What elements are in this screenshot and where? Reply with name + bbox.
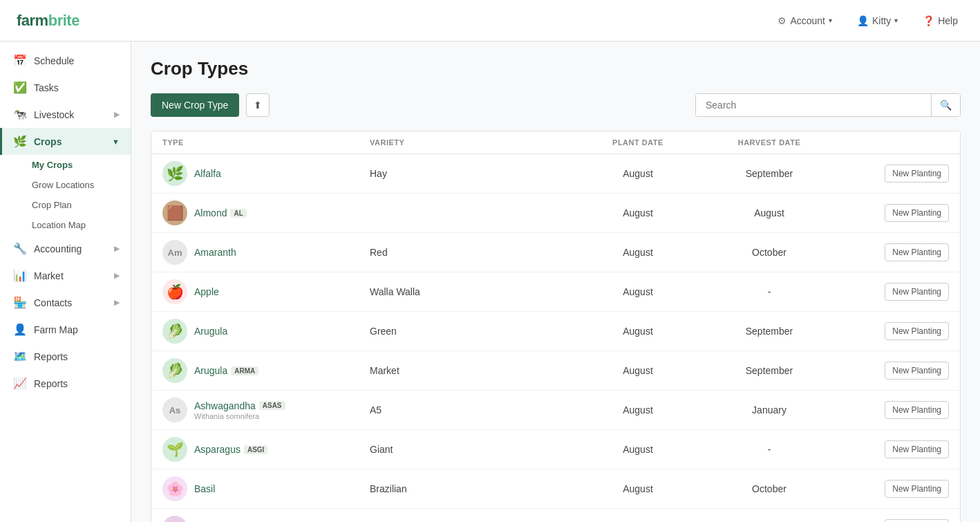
- table-row: As Ashwagandha ASAS Withania somnifera A…: [151, 391, 960, 430]
- avatar: 🥬: [162, 358, 187, 383]
- crop-link-ashwagandha[interactable]: Ashwagandha ASAS: [194, 400, 285, 411]
- crop-name-text: Amaranth: [194, 247, 236, 258]
- search-button[interactable]: 🔍: [931, 94, 960, 116]
- variety-cell: Green: [370, 326, 576, 337]
- crop-name-cell: 🌿 Alfalfa: [162, 161, 370, 186]
- user-button[interactable]: 👤 Kitty ▾: [851, 12, 903, 29]
- crop-name-text: Basil: [194, 483, 215, 494]
- crop-link-amaranth[interactable]: Amaranth: [194, 247, 236, 258]
- plant-date-cell: August: [576, 404, 700, 416]
- help-button[interactable]: ❓ Help: [917, 12, 963, 29]
- new-planting-button[interactable]: New Planting: [885, 322, 949, 340]
- harvest-date-cell: October: [700, 483, 838, 494]
- upload-button[interactable]: ⬆: [246, 93, 270, 117]
- col-variety: VARIETY: [370, 138, 576, 147]
- sidebar-item-market[interactable]: 🏪 Contacts ▶: [0, 289, 131, 316]
- harvest-date-cell: -: [700, 286, 838, 297]
- avatar: 🟫: [162, 201, 187, 225]
- col-action: [838, 138, 949, 147]
- table-row: 🌱 Asparagus ASGI Giant August - New Plan…: [151, 430, 960, 469]
- resources-chevron-icon: ▶: [114, 244, 120, 253]
- plant-date-cell: August: [576, 483, 700, 494]
- sidebar-item-livestock[interactable]: 🐄 Livestock ▶: [0, 101, 131, 128]
- crop-name-cell: 🥬 Arugula: [162, 319, 370, 344]
- harvest-date-cell: September: [700, 326, 838, 337]
- sidebar-item-accounting[interactable]: 📊 Market ▶: [0, 262, 131, 289]
- harvest-date-cell: September: [700, 168, 838, 179]
- account-chevron-icon: ▾: [829, 17, 832, 24]
- crop-name-text: Alfalfa: [194, 168, 221, 179]
- table-row: 🌸 Basil Brazilian August October New Pla…: [151, 509, 960, 522]
- crops-icon: 🌿: [13, 135, 27, 148]
- new-planting-button[interactable]: New Planting: [885, 165, 949, 183]
- sidebar-item-crop-plan[interactable]: Crop Plan: [32, 195, 131, 215]
- gear-icon: ⚙: [778, 15, 786, 26]
- table-row: 🌿 Alfalfa Hay August September New Plant…: [151, 154, 960, 194]
- action-cell: New Planting: [838, 322, 949, 340]
- crop-link-apple[interactable]: Apple: [194, 286, 219, 297]
- crops-submenu: My Crops Grow Locations Crop Plan Locati…: [0, 155, 131, 235]
- sidebar-item-crops[interactable]: 🌿 Crops ▼: [0, 128, 131, 155]
- account-button[interactable]: ⚙ Account ▾: [772, 12, 838, 29]
- action-cell: New Planting: [838, 243, 949, 261]
- market-chevron-icon: ▶: [114, 298, 120, 307]
- sidebar-item-location-map[interactable]: Location Map: [32, 215, 131, 235]
- variety-cell: Walla Walla: [370, 286, 576, 297]
- new-planting-button[interactable]: New Planting: [885, 519, 949, 522]
- crop-link-alfalfa[interactable]: Alfalfa: [194, 168, 221, 179]
- body-layout: 📅 Schedule ✅ Tasks 🐄 Livestock ▶ 🌿 Crops…: [0, 41, 980, 522]
- sidebar-label-livestock: Livestock: [34, 109, 74, 120]
- new-planting-button[interactable]: New Planting: [885, 283, 949, 301]
- crop-name-cell: 🌱 Asparagus ASGI: [162, 437, 370, 462]
- avatar: 🌿: [162, 161, 187, 186]
- crop-name-cell: Am Amaranth: [162, 240, 370, 265]
- new-planting-button[interactable]: New Planting: [885, 401, 949, 419]
- crop-link-asparagus[interactable]: Asparagus ASGI: [194, 444, 267, 455]
- livestock-chevron-icon: ▶: [114, 110, 120, 119]
- harvest-date-cell: September: [700, 365, 838, 376]
- variety-cell: Market: [370, 365, 576, 376]
- account-label: Account: [790, 15, 825, 26]
- new-planting-button[interactable]: New Planting: [885, 243, 949, 261]
- help-icon: ❓: [923, 15, 934, 26]
- action-cell: New Planting: [838, 362, 949, 380]
- user-chevron-icon: ▾: [894, 17, 898, 24]
- new-planting-button[interactable]: New Planting: [885, 440, 949, 458]
- crop-link-almond[interactable]: Almond AL: [194, 207, 247, 218]
- sidebar-item-farm-map[interactable]: 🗺️ Reports: [0, 343, 131, 370]
- sidebar-label-schedule: Schedule: [34, 55, 74, 66]
- crop-name-text: Almond AL: [194, 207, 247, 218]
- crop-name-text: Apple: [194, 286, 219, 297]
- sidebar-item-schedule[interactable]: 📅 Schedule: [0, 47, 131, 74]
- help-label: Help: [938, 15, 958, 26]
- search-input[interactable]: [696, 94, 931, 116]
- crop-link-basil-1[interactable]: Basil: [194, 483, 215, 494]
- sidebar-item-my-crops[interactable]: My Crops: [32, 155, 131, 175]
- crop-name-cell: 🥬 Arugula ARMA: [162, 358, 370, 383]
- sidebar-item-grow-locations[interactable]: Grow Locations: [32, 175, 131, 195]
- sidebar-item-reports[interactable]: 📈 Reports: [0, 370, 131, 397]
- search-icon: 🔍: [940, 100, 952, 111]
- sidebar-item-tasks[interactable]: ✅ Tasks: [0, 74, 131, 101]
- crop-link-arugula-arma[interactable]: Arugula ARMA: [194, 365, 258, 376]
- new-crop-type-button[interactable]: New Crop Type: [151, 93, 239, 117]
- new-planting-button[interactable]: New Planting: [885, 204, 949, 222]
- sidebar-label-reports: Reports: [34, 378, 68, 389]
- harvest-date-cell: August: [700, 207, 838, 218]
- sidebar-label-crops: Crops: [34, 136, 62, 147]
- crop-name-cell: 🌸 Basil: [162, 516, 370, 522]
- table-row: 🥬 Arugula Green August September New Pla…: [151, 312, 960, 351]
- logo-farm: farm: [17, 12, 48, 29]
- new-planting-button[interactable]: New Planting: [885, 362, 949, 380]
- reports-icon: 📈: [13, 377, 27, 390]
- plant-date-cell: August: [576, 247, 700, 258]
- crop-link-arugula-green[interactable]: Arugula: [194, 326, 227, 337]
- sidebar-item-resources[interactable]: 🔧 Accounting ▶: [0, 235, 131, 262]
- crop-name-cell: As Ashwagandha ASAS Withania somnifera: [162, 398, 370, 422]
- avatar: 🌸: [162, 476, 187, 501]
- sidebar-label-accounting: Market: [34, 270, 64, 281]
- new-planting-button[interactable]: New Planting: [885, 480, 949, 498]
- sidebar-item-contacts[interactable]: 👤 Farm Map: [0, 316, 131, 343]
- crop-name-text: Asparagus ASGI: [194, 444, 267, 455]
- avatar: 🍎: [162, 279, 187, 304]
